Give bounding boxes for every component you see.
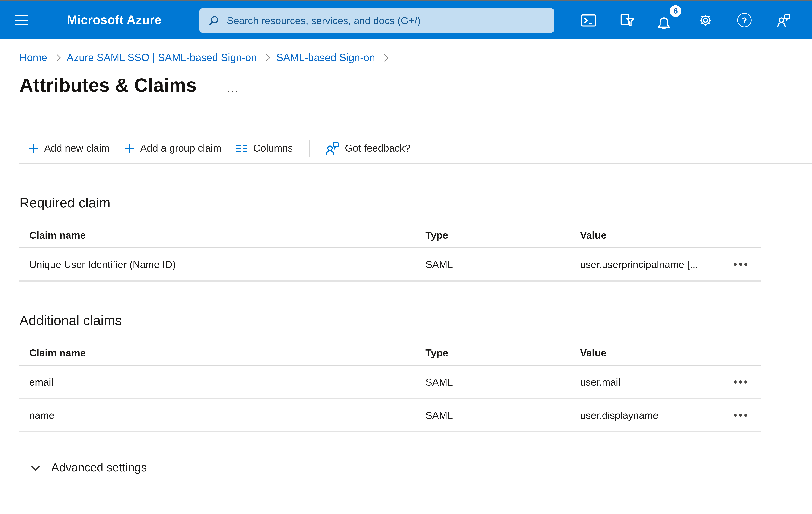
column-header-type: Type <box>426 229 580 241</box>
brand-title[interactable]: Microsoft Azure <box>67 13 162 27</box>
bell-icon <box>657 16 671 30</box>
chevron-down-icon <box>31 465 40 471</box>
columns-button[interactable]: Columns <box>236 142 293 154</box>
claim-name-cell: Unique User Identifier (Name ID) <box>20 259 426 270</box>
hamburger-menu-button[interactable] <box>15 15 28 26</box>
settings-button[interactable] <box>686 1 725 39</box>
chevron-right-icon <box>263 54 270 61</box>
got-feedback-button[interactable]: Got feedback? <box>325 141 410 155</box>
plus-icon <box>29 143 38 153</box>
feedback-person-icon <box>325 141 339 155</box>
feedback-person-icon <box>777 13 790 27</box>
type-cell: SAML <box>426 259 580 270</box>
advanced-settings-toggle[interactable]: Advanced settings <box>31 461 147 475</box>
additional-claims-table: Claim name Type Value email SAML user.ma… <box>20 341 761 432</box>
columns-label: Columns <box>253 142 293 154</box>
chevron-right-icon <box>53 54 61 61</box>
type-cell: SAML <box>426 376 580 388</box>
more-options-button[interactable]: ... <box>227 83 239 94</box>
type-cell: SAML <box>426 409 580 421</box>
column-header-claim-name: Claim name <box>20 229 426 241</box>
required-claim-table: Claim name Type Value Unique User Identi… <box>20 224 761 281</box>
azure-portal-page: Microsoft Azure <box>0 0 812 514</box>
additional-claims-section: Additional claims Claim name Type Value … <box>0 313 812 432</box>
value-cell: user.mail <box>580 376 720 388</box>
page-header: Attributes & Claims ... <box>20 73 812 98</box>
required-claim-heading: Required claim <box>20 195 812 211</box>
window-top-edge <box>0 0 812 1</box>
breadcrumb: Home Azure SAML SSO | SAML-based Sign-on… <box>20 52 812 64</box>
table-row[interactable]: name SAML user.displayname <box>20 399 761 432</box>
chevron-right-icon <box>381 54 388 61</box>
directories-filter-button[interactable] <box>608 1 647 39</box>
search-input[interactable] <box>225 8 554 33</box>
add-group-claim-label: Add a group claim <box>140 142 221 154</box>
topbar-icon-group: 6 ? <box>569 1 803 39</box>
columns-icon <box>236 144 247 153</box>
column-header-claim-name: Claim name <box>20 347 426 359</box>
additional-claims-heading: Additional claims <box>20 313 812 328</box>
terminal-icon <box>581 14 596 26</box>
row-menu-button[interactable] <box>730 258 751 271</box>
table-row[interactable]: email SAML user.mail <box>20 366 761 399</box>
hamburger-icon <box>15 15 28 17</box>
required-claim-section: Required claim Claim name Type Value Uni… <box>0 195 812 281</box>
breadcrumb-link-saml-signon[interactable]: SAML-based Sign-on <box>276 52 375 64</box>
table-header-row: Claim name Type Value <box>20 341 761 366</box>
global-search[interactable] <box>199 8 554 32</box>
page-title: Attributes & Claims <box>20 75 197 96</box>
column-header-type: Type <box>426 347 580 359</box>
cloud-shell-button[interactable] <box>569 1 608 39</box>
table-row[interactable]: Unique User Identifier (Name ID) SAML us… <box>20 248 761 281</box>
plus-icon <box>124 143 134 153</box>
help-button[interactable]: ? <box>725 1 764 39</box>
row-menu-button[interactable] <box>730 408 751 422</box>
toolbar-divider <box>309 140 310 157</box>
ellipsis-icon <box>734 381 737 383</box>
column-header-value: Value <box>580 347 720 359</box>
directory-filter-icon <box>620 13 635 27</box>
table-header-row: Claim name Type Value <box>20 224 761 248</box>
feedback-button[interactable] <box>764 1 803 39</box>
add-group-claim-button[interactable]: Add a group claim <box>124 142 221 154</box>
command-bar: Add new claim Add a group claim Columns <box>20 134 812 164</box>
help-icon: ? <box>737 13 752 27</box>
breadcrumb-link-saml-sso[interactable]: Azure SAML SSO | SAML-based Sign-on <box>67 52 257 64</box>
got-feedback-label: Got feedback? <box>345 142 410 154</box>
claim-name-cell: name <box>20 409 426 421</box>
value-cell: user.userprincipalname [... <box>580 259 720 270</box>
add-new-claim-label: Add new claim <box>44 142 110 154</box>
claim-name-cell: email <box>20 376 426 388</box>
add-new-claim-button[interactable]: Add new claim <box>29 142 110 154</box>
search-icon <box>208 15 219 26</box>
breadcrumb-link-home[interactable]: Home <box>20 52 47 64</box>
row-menu-button[interactable] <box>730 375 751 389</box>
value-cell: user.displayname <box>580 409 720 421</box>
gear-icon <box>698 13 713 27</box>
notification-badge: 6 <box>670 5 682 17</box>
ellipsis-icon <box>734 414 737 416</box>
advanced-settings-label: Advanced settings <box>51 461 147 475</box>
notifications-button[interactable]: 6 <box>647 1 686 39</box>
column-header-value: Value <box>580 229 720 241</box>
topbar: Microsoft Azure <box>0 1 812 39</box>
ellipsis-icon <box>734 263 737 266</box>
